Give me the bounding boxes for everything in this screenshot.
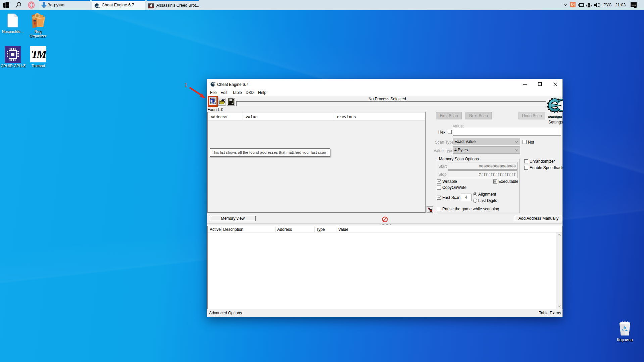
svg-text:Cheat Engine: Cheat Engine [548,115,562,118]
